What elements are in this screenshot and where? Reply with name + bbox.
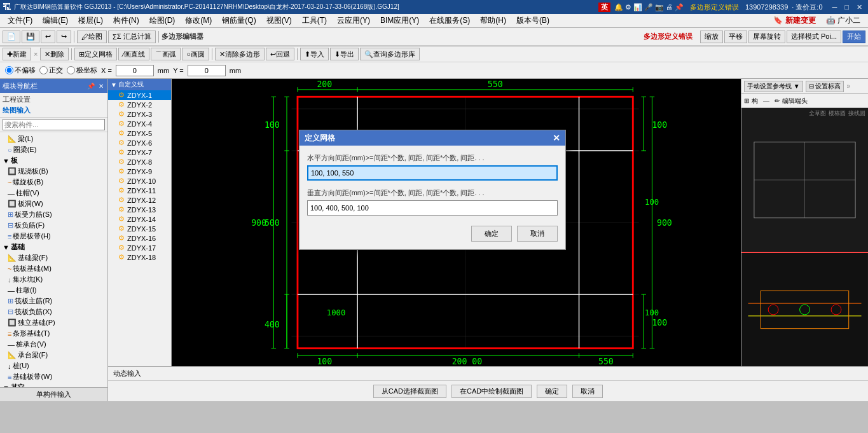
canvas-area[interactable]: 200 550 100 500 100 [172, 79, 741, 366]
tree-folder-foundation[interactable]: ▼ 基础 [0, 242, 107, 252]
zdyx-10[interactable]: ⚙ZDYX-10 [108, 176, 171, 186]
right-hand-setup[interactable]: 手动设置参考线 ▼ [744, 81, 803, 92]
tree-item-hole[interactable]: 🔲 板洞(W) [0, 198, 107, 209]
define-grid-btn[interactable]: ⊞ 定义网格 [74, 48, 117, 60]
vert-input[interactable] [307, 200, 558, 216]
horiz-input[interactable] [307, 165, 558, 181]
menu-component[interactable]: 构件(N) [108, 14, 144, 27]
tree-item-floor-band[interactable]: ≡ 楼层板带(H) [0, 231, 107, 242]
select-button[interactable]: 选择模式 Poi... [787, 31, 841, 43]
clear-polygon-btn[interactable]: ✕ 清除多边形 [215, 48, 265, 60]
tree-item-force-bar[interactable]: ⊞ 板受力筋(S) [0, 209, 107, 220]
draw-arc-btn[interactable]: ⌒ 画弧 [151, 48, 181, 60]
toolbar-undo[interactable]: ↩ [41, 31, 55, 43]
tree-item-ring-beam[interactable]: ○ 圈梁(E) [0, 144, 107, 155]
no-offset-label[interactable]: 不偏移 [5, 65, 36, 75]
tree-item-pit[interactable]: ↓ 集水坑(K) [0, 274, 107, 285]
ortho-radio[interactable] [39, 66, 48, 74]
menu-draw[interactable]: 绘图(D) [144, 14, 181, 27]
zdyx-13[interactable]: ⚙ZDYX-13 [108, 205, 171, 214]
y-input[interactable] [188, 65, 226, 76]
menu-guangxiao[interactable]: 🤖 广小二 [821, 14, 865, 27]
x-input[interactable] [116, 65, 154, 76]
menu-modify[interactable]: 修改(M) [180, 14, 217, 27]
tree-item-cap-beam[interactable]: 📐 承台梁(F) [0, 350, 107, 361]
export-btn[interactable]: ⬇ 导出 [330, 48, 359, 60]
dialog-cancel-btn[interactable]: 取消 [517, 226, 558, 242]
zdyx-9[interactable]: ⚙ZDYX-9 [108, 167, 171, 176]
toolbar-new[interactable]: 📄 [3, 31, 20, 43]
polar-radio[interactable] [67, 66, 75, 74]
draw-input-label[interactable]: 绘图输入 [3, 105, 105, 116]
tree-item-spiral-slab[interactable]: ~ 螺旋板(B) [0, 177, 107, 188]
right-height-setup[interactable]: ⊟ 设置标高 [806, 81, 844, 92]
new-btn[interactable]: ✚ 新建 [3, 48, 31, 60]
tree-item-cast-slab[interactable]: 🔲 现浇板(B) [0, 166, 107, 177]
menu-help[interactable]: 帮助(H) [475, 14, 511, 27]
zdyx-4[interactable]: ⚙ZDYX-4 [108, 119, 171, 128]
zdyx-2[interactable]: ⚙ZDYX-2 [108, 100, 171, 109]
tree-item-pile[interactable]: ↓ 桩(U) [0, 361, 107, 371]
query-btn[interactable]: 🔍 查询多边形库 [360, 48, 420, 60]
from-cad-btn[interactable]: 从CAD选择截面图 [373, 385, 446, 398]
tree-item-beam[interactable]: 📐 梁(L) [0, 134, 107, 144]
tree-item-pedestal[interactable]: — 柱墩(I) [0, 285, 107, 296]
zdyx-3[interactable]: ⚙ZDYX-3 [108, 109, 171, 119]
zdyx-7[interactable]: ⚙ZDYX-7 [108, 148, 171, 157]
menu-edit[interactable]: 编辑(E) [38, 14, 73, 27]
delete-btn[interactable]: ✕ 删除 [40, 48, 69, 60]
toolbar-redo[interactable]: ↪ [57, 31, 71, 43]
draw-button[interactable]: 🖊 绘图 [77, 31, 107, 43]
menu-view[interactable]: 视图(V) [261, 14, 297, 27]
menu-file[interactable]: 文件(F) [3, 14, 38, 27]
menu-version[interactable]: 版本号(B) [511, 14, 555, 27]
dialog-close-btn[interactable]: ✕ [553, 133, 560, 143]
dialog-ok-btn[interactable]: 确定 [471, 226, 512, 242]
zoom-button[interactable]: 缩放 [700, 31, 723, 43]
draw-in-cad-btn[interactable]: 在CAD中绘制截面图 [451, 385, 532, 398]
maximize-button[interactable]: □ [841, 3, 852, 11]
import-btn[interactable]: ⬆ 导入 [300, 48, 329, 60]
zdyx-1[interactable]: ⚙ZDYX-1 [108, 90, 171, 100]
draw-circle-btn[interactable]: ○ 画圆 [182, 48, 209, 60]
zdyx-5[interactable]: ⚙ZDYX-5 [108, 128, 171, 138]
minimize-button[interactable]: ─ [829, 3, 841, 11]
tree-folder-other[interactable]: ▼ 其它 [0, 382, 107, 387]
tree-item-strip-found[interactable]: ≡ 条形基础(T) [0, 328, 107, 339]
menu-online[interactable]: 在线服务(S) [424, 14, 475, 27]
zdyx-8[interactable]: ⚙ZDYX-8 [108, 157, 171, 167]
zdyx-15[interactable]: ⚙ZDYX-15 [108, 224, 171, 233]
no-offset-radio[interactable] [5, 66, 13, 74]
close-button[interactable]: ✕ [853, 3, 865, 12]
tree-item-iso-found[interactable]: 🔲 独立基础(P) [0, 317, 107, 328]
menu-rebar[interactable]: 钢筋量(Q) [217, 14, 261, 27]
menu-cloud[interactable]: 云应用(Y) [332, 14, 375, 27]
nav-pin[interactable]: 📌 [86, 83, 96, 90]
menu-bim[interactable]: BIM应用(Y) [375, 14, 424, 27]
tree-item-cap[interactable]: — 柱帽(V) [0, 188, 107, 198]
zdyx-17[interactable]: ⚙ZDYX-17 [108, 243, 171, 252]
cancel-btn[interactable]: 取消 [572, 385, 603, 398]
ortho-label[interactable]: 正交 [39, 65, 63, 75]
menu-new-change[interactable]: 🔖 新建变更 [768, 14, 820, 27]
start-button[interactable]: 开始 [843, 31, 865, 43]
toolbar-save[interactable]: 💾 [22, 31, 39, 43]
engineering-setup-label[interactable]: 工程设置 [3, 94, 105, 105]
rotate-button[interactable]: 屏幕旋转 [748, 31, 785, 43]
tree-item-raft[interactable]: ~ 筏板基础(M) [0, 263, 107, 274]
tree-item-neg-bar[interactable]: ⊟ 板负筋(F) [0, 220, 107, 231]
tree-item-found-beam[interactable]: 📐 基础梁(F) [0, 252, 107, 263]
draw-line-btn[interactable]: ⁄ 画直线 [118, 48, 149, 60]
confirm-btn[interactable]: 确定 [537, 385, 567, 398]
single-component-input[interactable]: 单构件输入 [0, 387, 107, 401]
tree-item-raft-neg[interactable]: ⊟ 筏板负筋(X) [0, 306, 107, 317]
tree-item-pile-cap[interactable]: — 桩承台(V) [0, 339, 107, 350]
zdyx-12[interactable]: ⚙ZDYX-12 [108, 195, 171, 205]
menu-floor[interactable]: 楼层(L) [73, 14, 108, 27]
zdyx-14[interactable]: ⚙ZDYX-14 [108, 214, 171, 224]
calc-button[interactable]: Σ Σ 汇总计算 [108, 31, 156, 43]
tree-item-found-band[interactable]: ≡ 基础板带(W) [0, 371, 107, 382]
tree-item-raft-main[interactable]: ⊞ 筏板主筋(R) [0, 296, 107, 306]
component-search[interactable] [3, 119, 105, 130]
nav-close[interactable]: ✕ [97, 83, 105, 90]
